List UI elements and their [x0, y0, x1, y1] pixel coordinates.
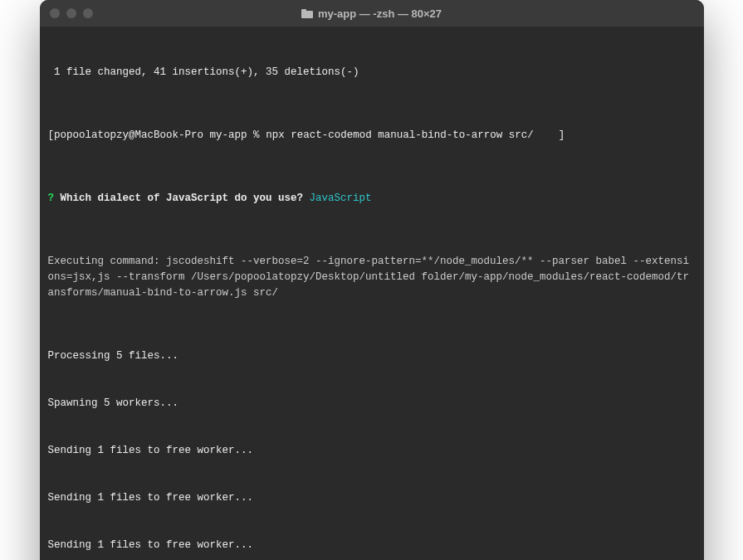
question-mark-icon: ?: [48, 192, 55, 204]
terminal-window: my-app — -zsh — 80×27 1 file changed, 41…: [40, 0, 704, 560]
prompt-user: popoolatopzy@MacBook-Pro: [54, 129, 203, 141]
prompt-cwd: my-app: [210, 129, 247, 141]
window-title-wrap: my-app — -zsh — 80×27: [40, 7, 704, 20]
minimize-icon[interactable]: [66, 8, 76, 18]
prompt-symbol: %: [253, 129, 260, 141]
bracket-close: ]: [559, 129, 565, 141]
command-line: [popoolatopzy@MacBook-Pro my-app % npx r…: [48, 128, 696, 144]
sending-line-3: Sending 1 files to free worker...: [48, 538, 696, 553]
sending-line-2: Sending 1 files to free worker...: [48, 490, 696, 506]
question-answer: JavaScript: [303, 192, 372, 204]
window-title: my-app — -zsh — 80×27: [318, 7, 442, 20]
processing-line: Processing 5 files...: [48, 348, 696, 364]
spawning-line: Spawning 5 workers...: [48, 396, 696, 411]
bracket-open: [: [48, 129, 55, 141]
traffic-lights: [50, 8, 93, 18]
close-icon[interactable]: [50, 8, 60, 18]
maximize-icon[interactable]: [83, 8, 93, 18]
typed-command: npx react-codemod manual-bind-to-arrow s…: [266, 129, 534, 141]
exec-command: Executing command: jscodeshift --verbose…: [48, 254, 696, 301]
terminal-output[interactable]: 1 file changed, 41 insertions(+), 35 del…: [40, 27, 704, 560]
folder-icon: [301, 9, 313, 18]
sending-line-1: Sending 1 files to free worker...: [48, 443, 696, 459]
titlebar: my-app — -zsh — 80×27: [40, 0, 704, 27]
question-line: ? Which dialect of JavaScript do you use…: [48, 191, 696, 207]
git-summary: 1 file changed, 41 insertions(+), 35 del…: [48, 65, 696, 80]
question-text: Which dialect of JavaScript do you use?: [54, 192, 303, 204]
